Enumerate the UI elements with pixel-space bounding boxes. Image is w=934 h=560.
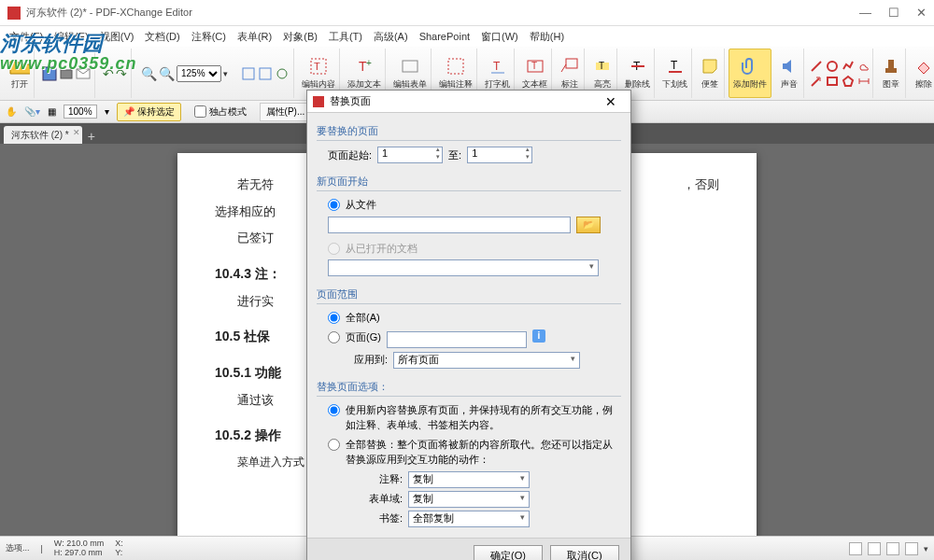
ok-button[interactable]: 确定(O)	[474, 545, 543, 560]
rotate-icon[interactable]	[275, 66, 290, 81]
hand-icon[interactable]: ✋	[6, 106, 17, 117]
info-icon[interactable]: i	[532, 329, 545, 343]
cloud-icon[interactable]	[857, 60, 870, 73]
comments-label: 注释:	[363, 472, 403, 486]
exclusive-checkbox[interactable]	[194, 105, 206, 118]
polyline-icon[interactable]	[842, 60, 855, 73]
replace-pages-dialog: 替换页面 ✕ 要替换的页面 页面起始: 1 至: 1 新页面开始 从文件 📂 从…	[306, 90, 631, 560]
eraser-button[interactable]: 擦除	[910, 49, 934, 98]
svg-rect-4	[260, 68, 271, 79]
menu-help[interactable]: 帮助(H)	[526, 28, 568, 46]
file-path-input[interactable]	[328, 217, 571, 233]
sticky-note-button[interactable]: 便签	[696, 49, 725, 98]
add-text-icon: T+	[354, 56, 375, 77]
keep-selected-toggle[interactable]: 📌 保持选定	[117, 103, 181, 121]
layout-cont-facing-icon[interactable]	[905, 542, 918, 555]
save-icon[interactable]	[42, 66, 57, 81]
menu-window[interactable]: 窗口(W)	[477, 28, 522, 46]
fit-page-icon[interactable]	[241, 66, 256, 81]
app-icon	[7, 7, 21, 20]
menu-comment[interactable]: 注释(C)	[188, 28, 230, 46]
menu-form[interactable]: 表单(R)	[234, 28, 276, 46]
underline-button[interactable]: T下划线	[658, 49, 692, 98]
svg-text:T: T	[671, 59, 678, 72]
fit-width-icon[interactable]	[258, 66, 273, 81]
section-replace-options: 替换页面选项：	[317, 376, 621, 397]
dialog-titlebar[interactable]: 替换页面 ✕	[307, 91, 630, 113]
menu-file[interactable]: 文件(F)	[6, 28, 47, 46]
layout-cont-icon[interactable]	[868, 542, 881, 555]
page-height: H: 297.0 mm	[54, 549, 104, 558]
keep-interactive-label: 使用新内容替换原有页面，并保持现有的所有交互功能，例如注释、表单域、书签相关内容…	[346, 402, 621, 433]
layout-facing-icon[interactable]	[886, 542, 899, 555]
rect-icon[interactable]	[826, 75, 839, 88]
pages-radio[interactable]	[328, 331, 340, 343]
menu-advanced[interactable]: 高级(A)	[370, 28, 412, 46]
edit-form-icon	[400, 56, 420, 77]
from-file-radio[interactable]	[328, 199, 340, 211]
shape-tools	[808, 49, 873, 98]
eraser-icon	[913, 56, 934, 77]
menu-view[interactable]: 视图(V)	[96, 28, 138, 46]
keep-interactive-radio[interactable]	[328, 404, 340, 416]
svg-rect-27	[828, 77, 837, 85]
open-button[interactable]: 打开	[6, 49, 35, 98]
options-button[interactable]: 选项...	[6, 542, 30, 554]
maximize-button[interactable]: ☐	[888, 6, 899, 20]
print-icon[interactable]	[59, 66, 74, 81]
close-button[interactable]: ✕	[916, 6, 927, 20]
dialog-close-button[interactable]: ✕	[597, 94, 625, 109]
attach-small-icon[interactable]: 📎▾	[24, 106, 40, 117]
menu-edit[interactable]: 编辑(E)	[50, 28, 92, 46]
to-label: 至:	[448, 148, 461, 162]
document-tab[interactable]: 河东软件 (2) * ✕	[4, 126, 82, 144]
zoom-select[interactable]: 125%	[177, 65, 221, 82]
dimension-icon[interactable]	[857, 75, 870, 88]
section-pages-to-replace: 要替换的页面	[317, 120, 621, 141]
zoom-fit-icon[interactable]: ▾	[223, 69, 228, 78]
tab-close-icon[interactable]: ✕	[73, 128, 80, 137]
cancel-button[interactable]: 取消(C)	[550, 545, 619, 560]
undo-icon[interactable]: ↶	[103, 66, 114, 81]
attach-file-button[interactable]: 添加附件	[729, 49, 771, 98]
to-page-input[interactable]: 1	[467, 147, 532, 163]
pages-label: 页面(G)	[346, 329, 381, 345]
sound-button[interactable]: 声音	[775, 49, 804, 98]
zoom-in-icon[interactable]: 🔍	[159, 66, 175, 81]
all-pages-radio[interactable]	[328, 312, 340, 324]
circle-icon[interactable]	[826, 60, 839, 73]
replace-all-radio[interactable]	[328, 439, 340, 451]
bookmarks-combo[interactable]: 全部复制	[408, 511, 530, 527]
browse-button[interactable]: 📂	[576, 217, 601, 233]
opacity-value[interactable]: 100%	[64, 105, 97, 119]
pattern-icon[interactable]: ▦	[48, 106, 56, 117]
apply-to-combo[interactable]: 所有页面	[393, 352, 580, 369]
line-icon[interactable]	[810, 60, 823, 73]
mail-icon[interactable]	[76, 66, 91, 81]
exclusive-mode-toggle[interactable]: 独占模式	[189, 104, 252, 120]
formfields-combo[interactable]: 复制	[408, 491, 530, 508]
arrow-icon[interactable]	[810, 75, 823, 88]
from-page-input[interactable]: 1	[377, 147, 443, 163]
menu-object[interactable]: 对象(B)	[279, 28, 321, 46]
pages-input[interactable]	[387, 331, 527, 348]
menu-sharepoint[interactable]: SharePoint	[416, 29, 474, 44]
redo-icon[interactable]: ↷	[116, 66, 127, 81]
svg-rect-3	[243, 68, 254, 79]
svg-rect-1	[61, 70, 72, 78]
properties-button[interactable]: 属性(P)...	[260, 103, 312, 121]
zoom-out-icon[interactable]: 🔍	[141, 66, 157, 81]
menu-document[interactable]: 文档(D)	[141, 28, 183, 46]
comments-combo[interactable]: 复制	[408, 471, 530, 488]
svg-text:T: T	[599, 61, 604, 71]
layout-single-icon[interactable]	[849, 542, 862, 555]
dialog-icon	[313, 96, 324, 107]
fit-tools	[237, 49, 294, 98]
new-tab-button[interactable]: +	[88, 129, 95, 144]
minimize-button[interactable]: —	[859, 6, 871, 20]
polygon-icon[interactable]	[842, 75, 855, 88]
formfields-label: 表单域:	[363, 492, 403, 506]
menu-tool[interactable]: 工具(T)	[325, 28, 366, 46]
opened-doc-combo[interactable]	[328, 259, 599, 276]
stamp-button[interactable]: 图章	[877, 49, 906, 98]
